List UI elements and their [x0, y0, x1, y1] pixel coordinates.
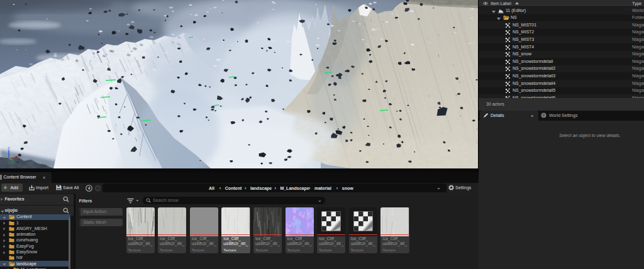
svg-text:Y: Y: [12, 161, 14, 165]
svg-text:Z: Z: [8, 146, 10, 150]
svg-text:X: X: [16, 155, 19, 159]
